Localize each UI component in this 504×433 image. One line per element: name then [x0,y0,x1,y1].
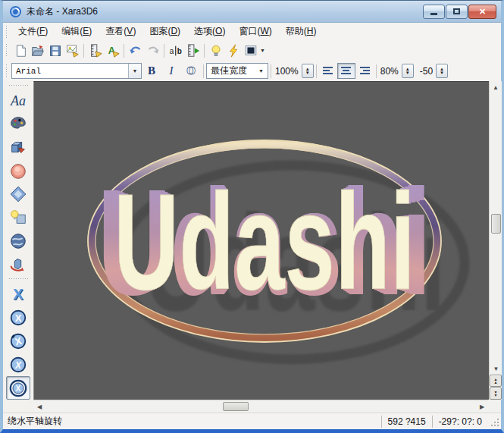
horizontal-scroll-thumb[interactable] [223,402,249,411]
tool-palette: Aa [3,81,33,400]
lightning-icon [226,43,241,58]
spacing-value: 80% [379,66,400,77]
title-bar[interactable]: 未命名 - Xara3D6 ✕ [3,1,501,23]
tool-animation[interactable] [6,253,30,276]
tool-style-x-plain[interactable]: X [6,283,30,306]
svg-text:X: X [15,312,22,324]
edit-text-button[interactable]: a b [167,42,184,59]
zoom-in-button[interactable]: ▲▲ [490,375,502,387]
menu-help[interactable]: 帮助(H) [279,23,324,40]
open-folder-icon [30,43,45,58]
save-button[interactable] [46,42,64,59]
font-toolbar: Arial ▼ B I O 最佳宽度 ▼ 100% ▲▼ [3,61,501,81]
text-front-face: Udashi [114,165,415,318]
svg-text:X: X [14,359,22,370]
align-right-icon [358,66,371,77]
tool-text[interactable]: Aa [6,89,30,113]
outline-button[interactable]: O [181,62,201,80]
vertical-scroll-thumb[interactable] [491,214,501,234]
menu-design[interactable]: 图案(D) [142,23,187,40]
tool-shadow[interactable] [6,206,30,230]
tool-style-x-circle[interactable]: X [6,306,30,330]
style-x-ring-icon: X [8,378,28,398]
menu-mnemonic: W [260,26,268,36]
tool-texture[interactable] [6,230,30,253]
tool-extrusion[interactable] [6,136,30,160]
close-button[interactable]: ✕ [468,5,496,19]
toolbar-overflow-caret[interactable]: ▼ [260,48,265,53]
minimize-icon [430,13,437,15]
fit-mode-dropdown-icon[interactable]: ▼ [255,64,268,78]
fontbar-separator [376,64,377,78]
tool-button[interactable] [6,159,30,183]
tool-style-x-ring[interactable]: X [6,376,30,400]
resize-grip[interactable] [488,416,500,428]
edit-text-icon: a b [168,43,183,58]
toolbar-separator [164,44,164,58]
fontbar-separator [203,64,204,78]
document-canvas[interactable]: Udashi Udashi Udashi Udashi Udashi Udash… [33,81,489,400]
play-animation-button[interactable] [184,42,202,59]
render-flash-button[interactable] [224,42,242,59]
bold-button[interactable]: B [142,62,161,80]
status-bar: 绕水平轴旋转 592 ?415 -29?: 0?: 0 [3,413,501,429]
open-file-button[interactable] [29,42,46,59]
font-family-dropdown-icon[interactable]: ▼ [128,64,141,78]
tool-style-x-italic[interactable]: X [6,353,30,376]
tool-style-x-tilt[interactable]: X [6,330,30,353]
export-animation-icon [88,43,103,58]
align-left-icon [322,66,334,77]
status-angles: -29?: 0?: 0 [432,416,488,428]
vertical-scrollbar[interactable]: ▲ ▼ ▲▲ ▼▼ [489,81,502,400]
palette-icon [8,115,28,134]
export-text-button[interactable]: A [104,42,121,59]
tool-bevel[interactable] [6,183,30,206]
size-spinner[interactable]: ▲▼ [302,64,314,78]
toolcol-grip[interactable] [8,84,28,86]
fontbar-grip[interactable] [5,64,8,78]
button-icon [8,162,28,181]
scroll-right-icon[interactable]: ▶ [476,400,488,413]
display-icon [243,43,258,58]
text-object[interactable]: Udashi Udashi Udashi Udashi Udashi Udash… [98,158,431,326]
spacing-spinner[interactable]: ▲▼ [402,64,414,78]
status-hint: 绕水平轴旋转 [3,415,381,428]
maximize-button[interactable] [446,5,468,19]
status-coordinates: 592 ?415 [381,416,432,428]
menu-window[interactable]: 窗口(W) [232,23,278,40]
scroll-left-icon[interactable]: ◀ [33,400,45,413]
menubar-grip[interactable] [5,25,8,37]
export-image-button[interactable] [64,42,81,59]
menu-file[interactable]: 文件(F) [11,23,55,40]
align-center-button[interactable] [337,63,355,79]
minimize-button[interactable] [423,5,445,19]
font-family-combo[interactable]: Arial ▼ [11,63,142,79]
zoom-out-button[interactable]: ▼▼ [490,388,502,400]
lights-button[interactable] [207,42,224,59]
main-toolbar: A a b [3,40,501,61]
app-icon [9,5,22,18]
fit-mode-value: 最佳宽度 [207,64,255,77]
new-document-button[interactable] [11,42,29,59]
fit-mode-combo[interactable]: 最佳宽度 ▼ [206,63,268,79]
scroll-down-icon[interactable]: ▼ [490,364,502,374]
undo-button[interactable] [127,42,144,59]
text-tool-icon: Aa [11,93,26,109]
menu-view[interactable]: 查看(V) [99,23,142,40]
menu-edit[interactable]: 编辑(E) [55,23,99,40]
horizontal-scrollbar[interactable]: ◀ ▶ [33,400,488,413]
export-animation-button[interactable] [86,42,104,59]
menu-options[interactable]: 选项(O) [187,23,232,40]
align-left-button[interactable] [319,63,337,79]
play-animation-icon [186,43,201,58]
align-right-button[interactable] [355,63,374,79]
italic-button[interactable]: I [161,62,181,80]
maximize-icon [453,8,460,14]
kerning-spinner[interactable]: ▲▼ [436,64,448,78]
redo-button[interactable] [144,42,161,59]
display-options-button[interactable] [242,42,259,59]
toolbar-grip[interactable] [5,43,8,58]
toolcol-separator [8,278,28,280]
tool-color[interactable] [6,113,30,136]
scroll-up-icon[interactable]: ▲ [490,81,502,93]
